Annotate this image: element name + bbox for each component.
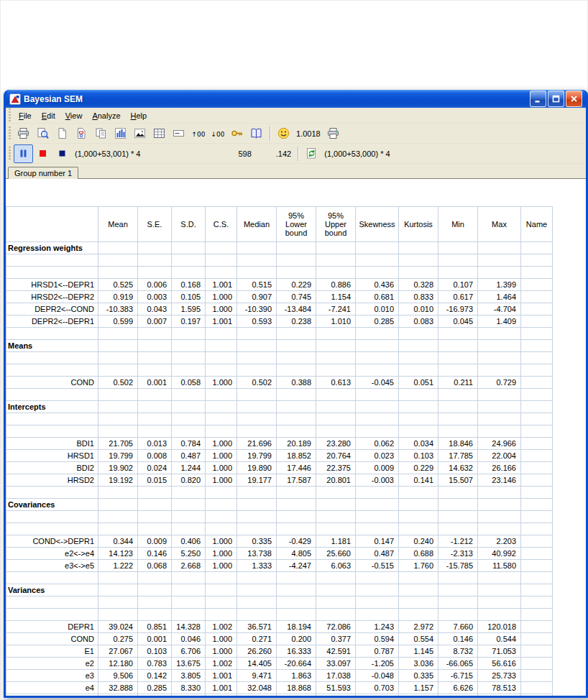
print-results-button[interactable] — [323, 124, 343, 143]
value-cell: 0.487 — [356, 548, 399, 560]
value-cell — [438, 597, 478, 609]
bar-chart-button[interactable] — [111, 124, 130, 143]
page-button[interactable] — [52, 124, 72, 143]
value-cell: 72.086 — [316, 621, 356, 633]
value-cell — [138, 254, 172, 267]
value-cell — [478, 389, 521, 401]
blank-row — [6, 597, 553, 609]
value-cell — [356, 609, 399, 621]
close-button[interactable] — [566, 91, 582, 107]
value-cell — [172, 242, 206, 254]
stop-sampling-button[interactable] — [33, 144, 52, 163]
value-cell: 1.000 — [206, 474, 237, 487]
value-cell — [521, 340, 553, 352]
value-cell — [98, 401, 138, 413]
value-cell — [399, 499, 438, 511]
page-icon — [56, 127, 68, 139]
decimal-up-button[interactable]: ↑00 — [188, 124, 208, 143]
value-cell — [237, 242, 277, 254]
svg-text:↑00: ↑00 — [192, 131, 206, 138]
value-cell — [206, 425, 237, 438]
value-cell — [521, 438, 553, 450]
blank-row — [6, 609, 553, 621]
value-cell: -15.785 — [438, 560, 478, 572]
value-cell: 27.067 — [98, 645, 138, 658]
value-cell — [237, 328, 277, 340]
path-diagram-button[interactable] — [72, 124, 91, 143]
value-cell — [478, 487, 521, 499]
data-row: e39.5060.1423.8051.0019.4711.86317.038-0… — [6, 670, 553, 682]
value-cell — [172, 584, 206, 597]
titlebar[interactable]: Bayesian SEM — [6, 90, 586, 108]
value-cell — [138, 487, 172, 499]
value-cell: -2.313 — [438, 548, 478, 560]
book-button[interactable] — [247, 124, 266, 143]
value-cell — [521, 474, 553, 487]
dark-square-button[interactable] — [52, 144, 72, 163]
value-cell — [399, 389, 438, 401]
value-cell — [98, 328, 138, 340]
section-row: Regression weights — [6, 242, 553, 254]
text-box-button[interactable] — [169, 124, 188, 143]
grid-button[interactable] — [150, 124, 169, 143]
value-cell — [206, 401, 237, 413]
menu-view[interactable]: View — [60, 109, 88, 122]
data-row: DEPR2<--COND-10.3830.0431.5951.000-10.39… — [6, 303, 553, 316]
data-row: e432.8880.2858.3301.00132.04818.86851.59… — [6, 682, 553, 694]
menu-help[interactable]: Help — [126, 109, 152, 122]
row-label — [6, 511, 98, 523]
maximize-button[interactable] — [548, 91, 564, 107]
value-cell — [399, 254, 438, 267]
row-label — [6, 328, 98, 340]
value-cell — [521, 401, 553, 413]
tab-group-number-1[interactable]: Group number 1 — [8, 167, 78, 179]
value-cell: 0.285 — [138, 682, 172, 694]
value-cell — [521, 291, 553, 303]
value-cell — [478, 413, 521, 425]
menu-analyze[interactable]: Analyze — [87, 109, 125, 122]
value-cell — [206, 389, 237, 401]
blank-row — [6, 487, 553, 499]
value-cell: 15.507 — [438, 474, 478, 487]
copy-button[interactable] — [91, 124, 111, 143]
value-cell: 51.593 — [316, 682, 356, 694]
value-cell — [138, 609, 172, 621]
value-cell: -3.324 — [237, 694, 277, 696]
value-cell: 19.192 — [98, 474, 138, 487]
value-cell: 19.902 — [98, 462, 138, 474]
menu-file[interactable]: File — [14, 109, 37, 122]
convergence-smiley-button[interactable] — [274, 124, 293, 143]
value-cell — [206, 487, 237, 499]
value-cell — [98, 352, 138, 364]
path-diagram-icon — [75, 127, 88, 139]
refresh-button[interactable] — [302, 144, 321, 163]
menu-edit[interactable]: Edit — [37, 109, 60, 122]
value-cell: 42.591 — [316, 645, 356, 658]
value-cell: 33.097 — [316, 658, 356, 670]
print-preview-button[interactable] — [33, 124, 52, 143]
picture-button[interactable] — [130, 124, 150, 143]
menubar: FileEditViewAnalyzeHelp — [6, 108, 586, 124]
value-cell — [399, 511, 438, 523]
decimal-down-button[interactable]: ↓00 — [208, 124, 227, 143]
toolbar-main-grip[interactable] — [9, 126, 11, 141]
menubar-grip[interactable] — [9, 109, 11, 123]
value-cell: 0.168 — [172, 279, 206, 291]
value-cell: 19.177 — [237, 474, 277, 487]
value-cell — [172, 523, 206, 535]
minimize-button[interactable] — [530, 91, 546, 107]
value-cell — [399, 352, 438, 364]
value-cell: 0.833 — [399, 291, 438, 303]
value-cell — [478, 511, 521, 523]
pause-sampling-button[interactable] — [14, 144, 33, 163]
toolbar-sampling-grip[interactable] — [9, 147, 11, 161]
value-cell: 23.280 — [316, 438, 356, 450]
value-cell: 18.852 — [277, 450, 316, 462]
key-button[interactable] — [227, 124, 247, 143]
value-cell — [277, 267, 316, 279]
value-cell — [438, 254, 478, 267]
value-cell — [237, 413, 277, 425]
printer-button[interactable] — [14, 124, 33, 143]
value-cell — [478, 572, 521, 584]
value-cell: 0.010 — [356, 303, 399, 316]
